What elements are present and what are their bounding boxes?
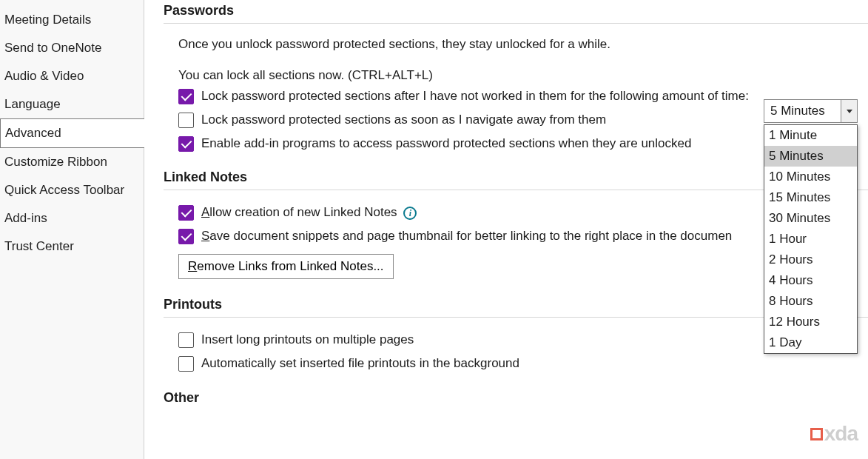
xda-watermark: xda xyxy=(810,422,858,446)
insert-long-printouts-checkbox[interactable] xyxy=(178,332,194,348)
auto-background-label: Automatically set inserted file printout… xyxy=(201,355,519,372)
passwords-lock-tip: You can lock all sections now. (CTRL+ALT… xyxy=(178,68,868,83)
lock-navigate-label: Lock password protected sections as soon… xyxy=(201,111,606,129)
watermark-square-icon xyxy=(810,428,823,440)
dropdown-option[interactable]: 30 Minutes xyxy=(764,208,857,229)
divider xyxy=(164,317,868,318)
sidebar-item-audio-video[interactable]: Audio & Video xyxy=(0,62,144,90)
remove-links-button[interactable]: Remove Links from Linked Notes... xyxy=(178,254,394,279)
passwords-title: Passwords xyxy=(164,3,868,19)
lock-timeout-dropdown: 1 Minute 5 Minutes 10 Minutes 15 Minutes… xyxy=(764,124,858,354)
dropdown-option[interactable]: 1 Minute xyxy=(764,125,857,146)
save-snippets-label: Save document snippets and page thumbnai… xyxy=(201,227,732,245)
dropdown-option[interactable]: 2 Hours xyxy=(764,249,857,270)
chevron-down-icon xyxy=(847,110,852,113)
enable-addins-label: Enable add-in programs to access passwor… xyxy=(201,135,691,153)
other-title: Other xyxy=(164,390,868,406)
options-content: Passwords Once you unlock password prote… xyxy=(144,0,868,459)
divider xyxy=(164,23,868,24)
sidebar-item-advanced[interactable]: Advanced xyxy=(0,118,144,148)
allow-linked-notes-checkbox[interactable] xyxy=(178,205,194,221)
lock-navigate-checkbox[interactable] xyxy=(178,113,194,128)
lock-timeout-dropdown-button[interactable] xyxy=(841,100,857,122)
sidebar-item-add-ins[interactable]: Add-ins xyxy=(0,204,144,232)
sidebar-item-meeting-details[interactable]: Meeting Details xyxy=(0,6,144,34)
insert-long-printouts-label: Insert long printouts on multiple pages xyxy=(201,331,414,349)
passwords-desc: Once you unlock password protected secti… xyxy=(178,37,868,52)
allow-linked-notes-label: Allow creation of new Linked Notes i xyxy=(201,204,417,221)
passwords-section: Passwords Once you unlock password prote… xyxy=(164,3,868,152)
enable-addins-checkbox[interactable] xyxy=(178,136,194,152)
lock-timeout-value: 5 Minutes xyxy=(764,104,841,118)
printouts-title: Printouts xyxy=(164,297,868,312)
sidebar-item-send-to-onenote[interactable]: Send to OneNote xyxy=(0,34,144,62)
printouts-section: Printouts Insert long printouts on multi… xyxy=(164,297,868,372)
dropdown-option[interactable]: 1 Hour xyxy=(764,229,857,249)
linked-notes-section: Linked Notes Allow creation of new Linke… xyxy=(164,170,868,279)
dropdown-option[interactable]: 5 Minutes xyxy=(764,146,857,167)
sidebar-item-quick-access-toolbar[interactable]: Quick Access Toolbar xyxy=(0,176,144,204)
dropdown-option[interactable]: 8 Hours xyxy=(764,291,857,312)
lock-timeout-label: Lock password protected sections after I… xyxy=(201,87,749,105)
info-icon[interactable]: i xyxy=(403,207,417,220)
save-snippets-checkbox[interactable] xyxy=(178,229,194,244)
divider xyxy=(164,190,868,190)
sidebar-item-customize-ribbon[interactable]: Customize Ribbon xyxy=(0,148,144,176)
lock-timeout-select[interactable]: 5 Minutes 1 Minute 5 Minutes 10 Minutes … xyxy=(764,99,858,123)
dropdown-option[interactable]: 1 Day xyxy=(764,332,857,353)
dropdown-option[interactable]: 12 Hours xyxy=(764,312,857,332)
dropdown-option[interactable]: 10 Minutes xyxy=(764,167,857,187)
linked-notes-title: Linked Notes xyxy=(164,170,868,185)
sidebar-item-trust-center[interactable]: Trust Center xyxy=(0,232,144,261)
options-sidebar: Meeting Details Send to OneNote Audio & … xyxy=(0,0,144,459)
dropdown-option[interactable]: 15 Minutes xyxy=(764,187,857,208)
auto-background-checkbox[interactable] xyxy=(178,356,194,372)
sidebar-item-language[interactable]: Language xyxy=(0,90,144,118)
lock-timeout-checkbox[interactable] xyxy=(178,89,194,104)
dropdown-option[interactable]: 4 Hours xyxy=(764,270,857,291)
